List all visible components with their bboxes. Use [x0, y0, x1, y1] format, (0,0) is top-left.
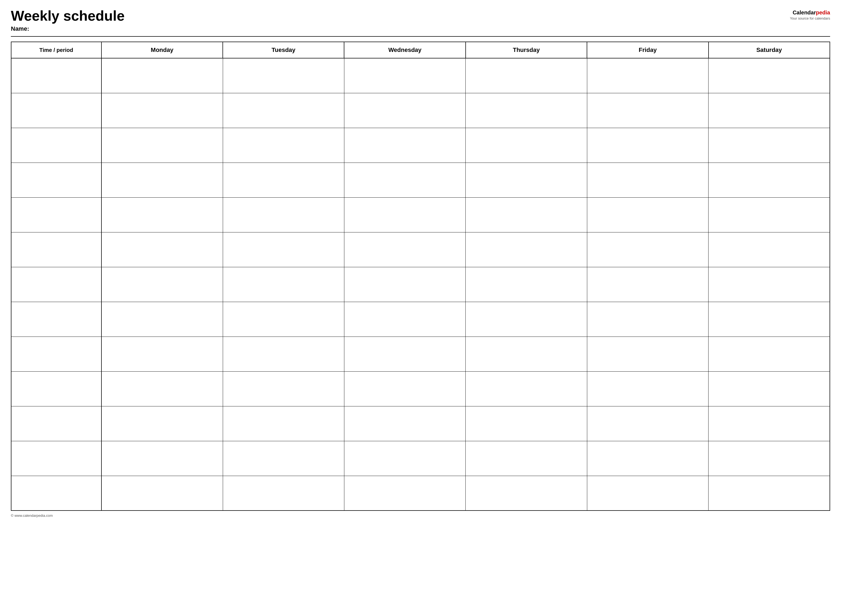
time-cell-9[interactable]: [11, 371, 101, 406]
wednesday-cell-6[interactable]: [344, 267, 465, 302]
tuesday-cell-6[interactable]: [223, 267, 344, 302]
page-header: Weekly schedule Name: Calendarpedia Your…: [11, 8, 830, 32]
saturday-cell-0[interactable]: [709, 58, 830, 93]
col-header-thursday: Thursday: [466, 42, 587, 58]
time-cell-4[interactable]: [11, 197, 101, 232]
table-row: [11, 267, 830, 302]
col-header-tuesday: Tuesday: [223, 42, 344, 58]
friday-cell-4[interactable]: [587, 197, 708, 232]
thursday-cell-10[interactable]: [466, 406, 587, 441]
table-body: [11, 58, 830, 510]
tuesday-cell-8[interactable]: [223, 337, 344, 371]
saturday-cell-5[interactable]: [709, 232, 830, 267]
saturday-cell-12[interactable]: [709, 476, 830, 510]
wednesday-cell-0[interactable]: [344, 58, 465, 93]
thursday-cell-4[interactable]: [466, 197, 587, 232]
table-header-row: Time / period Monday Tuesday Wednesday T…: [11, 42, 830, 58]
monday-cell-10[interactable]: [101, 406, 223, 441]
thursday-cell-5[interactable]: [466, 232, 587, 267]
friday-cell-9[interactable]: [587, 371, 708, 406]
thursday-cell-9[interactable]: [466, 371, 587, 406]
friday-cell-7[interactable]: [587, 302, 708, 337]
saturday-cell-3[interactable]: [709, 163, 830, 197]
time-cell-7[interactable]: [11, 302, 101, 337]
friday-cell-10[interactable]: [587, 406, 708, 441]
friday-cell-11[interactable]: [587, 441, 708, 476]
wednesday-cell-5[interactable]: [344, 232, 465, 267]
time-cell-8[interactable]: [11, 337, 101, 371]
wednesday-cell-11[interactable]: [344, 441, 465, 476]
tuesday-cell-9[interactable]: [223, 371, 344, 406]
tuesday-cell-7[interactable]: [223, 302, 344, 337]
thursday-cell-11[interactable]: [466, 441, 587, 476]
thursday-cell-0[interactable]: [466, 58, 587, 93]
wednesday-cell-1[interactable]: [344, 93, 465, 128]
wednesday-cell-9[interactable]: [344, 371, 465, 406]
tuesday-cell-10[interactable]: [223, 406, 344, 441]
saturday-cell-1[interactable]: [709, 93, 830, 128]
wednesday-cell-10[interactable]: [344, 406, 465, 441]
saturday-cell-7[interactable]: [709, 302, 830, 337]
friday-cell-3[interactable]: [587, 163, 708, 197]
monday-cell-6[interactable]: [101, 267, 223, 302]
monday-cell-3[interactable]: [101, 163, 223, 197]
monday-cell-2[interactable]: [101, 128, 223, 163]
monday-cell-5[interactable]: [101, 232, 223, 267]
tuesday-cell-12[interactable]: [223, 476, 344, 510]
wednesday-cell-12[interactable]: [344, 476, 465, 510]
monday-cell-11[interactable]: [101, 441, 223, 476]
friday-cell-12[interactable]: [587, 476, 708, 510]
saturday-cell-10[interactable]: [709, 406, 830, 441]
saturday-cell-9[interactable]: [709, 371, 830, 406]
tuesday-cell-0[interactable]: [223, 58, 344, 93]
tuesday-cell-3[interactable]: [223, 163, 344, 197]
tuesday-cell-5[interactable]: [223, 232, 344, 267]
time-cell-0[interactable]: [11, 58, 101, 93]
friday-cell-6[interactable]: [587, 267, 708, 302]
time-cell-1[interactable]: [11, 93, 101, 128]
saturday-cell-2[interactable]: [709, 128, 830, 163]
friday-cell-0[interactable]: [587, 58, 708, 93]
wednesday-cell-2[interactable]: [344, 128, 465, 163]
table-row: [11, 337, 830, 371]
thursday-cell-2[interactable]: [466, 128, 587, 163]
time-cell-5[interactable]: [11, 232, 101, 267]
monday-cell-0[interactable]: [101, 58, 223, 93]
table-row: [11, 441, 830, 476]
tuesday-cell-2[interactable]: [223, 128, 344, 163]
monday-cell-9[interactable]: [101, 371, 223, 406]
time-cell-12[interactable]: [11, 476, 101, 510]
saturday-cell-11[interactable]: [709, 441, 830, 476]
time-cell-10[interactable]: [11, 406, 101, 441]
monday-cell-8[interactable]: [101, 337, 223, 371]
time-cell-6[interactable]: [11, 267, 101, 302]
thursday-cell-3[interactable]: [466, 163, 587, 197]
tuesday-cell-1[interactable]: [223, 93, 344, 128]
friday-cell-2[interactable]: [587, 128, 708, 163]
monday-cell-4[interactable]: [101, 197, 223, 232]
thursday-cell-12[interactable]: [466, 476, 587, 510]
thursday-cell-7[interactable]: [466, 302, 587, 337]
tuesday-cell-4[interactable]: [223, 197, 344, 232]
saturday-cell-8[interactable]: [709, 337, 830, 371]
monday-cell-7[interactable]: [101, 302, 223, 337]
friday-cell-8[interactable]: [587, 337, 708, 371]
wednesday-cell-8[interactable]: [344, 337, 465, 371]
saturday-cell-6[interactable]: [709, 267, 830, 302]
time-cell-3[interactable]: [11, 163, 101, 197]
monday-cell-1[interactable]: [101, 93, 223, 128]
friday-cell-5[interactable]: [587, 232, 708, 267]
thursday-cell-1[interactable]: [466, 93, 587, 128]
saturday-cell-4[interactable]: [709, 197, 830, 232]
wednesday-cell-3[interactable]: [344, 163, 465, 197]
wednesday-cell-4[interactable]: [344, 197, 465, 232]
tuesday-cell-11[interactable]: [223, 441, 344, 476]
thursday-cell-8[interactable]: [466, 337, 587, 371]
wednesday-cell-7[interactable]: [344, 302, 465, 337]
friday-cell-1[interactable]: [587, 93, 708, 128]
logo-tagline: Your source for calendars: [790, 16, 830, 21]
time-cell-2[interactable]: [11, 128, 101, 163]
thursday-cell-6[interactable]: [466, 267, 587, 302]
monday-cell-12[interactable]: [101, 476, 223, 510]
time-cell-11[interactable]: [11, 441, 101, 476]
